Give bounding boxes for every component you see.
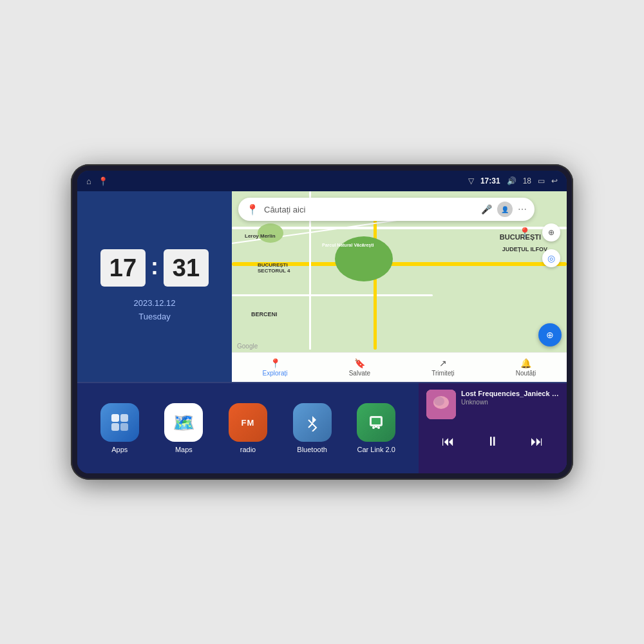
- bottom-row: Apps 🗺️ Maps FM radio: [77, 383, 567, 473]
- signal-icon: ▽: [468, 176, 474, 185]
- map-pin-icon: 📍: [246, 204, 259, 216]
- status-bar: ⌂ 📍 ▽ 17:31 🔊 18 ▭ ↩: [77, 171, 567, 191]
- bluetooth-icon: [293, 403, 332, 442]
- app-item-maps[interactable]: 🗺️ Maps: [164, 403, 203, 453]
- status-time: 17:31: [480, 176, 500, 185]
- back-icon[interactable]: ↩: [551, 176, 558, 185]
- clock-display: 17 : 31: [100, 249, 209, 287]
- map-fab-button[interactable]: ⊕: [538, 323, 562, 346]
- map-bottom-nav: 📍 Explorați 🔖 Salvate ↗ Trimiteți 🔔: [232, 352, 567, 382]
- music-info: Lost Frequencies_Janieck Devy-... Unknow…: [461, 390, 559, 406]
- radio-label: radio: [240, 446, 256, 453]
- berceni-label: BERCENI: [251, 311, 278, 317]
- main-area: 17 : 31 2023.12.12 Tuesday 📍 Căutați aic…: [77, 191, 567, 473]
- maps-label: Maps: [175, 446, 193, 453]
- app-item-radio[interactable]: FM radio: [229, 403, 267, 453]
- battery-icon: ▭: [538, 176, 545, 185]
- music-title: Lost Frequencies_Janieck Devy-...: [461, 390, 559, 397]
- svg-point-11: [434, 397, 444, 406]
- map-zoom-button[interactable]: ⊕: [542, 223, 560, 242]
- music-play-pause-button[interactable]: ⏸: [481, 430, 504, 453]
- volume-icon: 🔊: [507, 176, 516, 185]
- home-icon[interactable]: ⌂: [86, 176, 91, 186]
- parcul-label: Parcul Natural Văcărești: [322, 243, 374, 247]
- top-row: 17 : 31 2023.12.12 Tuesday 📍 Căutați aic…: [77, 191, 567, 382]
- music-next-button[interactable]: ⏭: [526, 430, 549, 453]
- clock-panel: 17 : 31 2023.12.12 Tuesday: [77, 191, 232, 382]
- maps-icon: 🗺️: [164, 403, 203, 442]
- svg-rect-2: [111, 423, 119, 431]
- road-h3: [232, 294, 433, 296]
- apps-icon: [100, 403, 139, 442]
- apps-label: Apps: [111, 446, 128, 453]
- status-left-icons: ⌂ 📍: [86, 176, 108, 186]
- leroy-label: Leroy Merlin: [245, 233, 276, 239]
- music-prev-button[interactable]: ⏮: [437, 430, 460, 453]
- svg-point-7: [377, 426, 380, 429]
- app-item-bluetooth[interactable]: Bluetooth: [293, 403, 332, 453]
- clock-minutes: 31: [164, 249, 209, 287]
- sector4-label: BUCUREȘTISECTORUL 4: [258, 262, 290, 274]
- svg-rect-5: [372, 418, 381, 424]
- music-panel: Lost Frequencies_Janieck Devy-... Unknow…: [419, 383, 567, 473]
- volume-level: 18: [523, 176, 531, 185]
- ilfov-label: JUDEȚUL ILFOV: [502, 246, 547, 252]
- news-icon: 🔔: [520, 358, 531, 368]
- map-nav-send[interactable]: ↗ Trimiteți: [431, 358, 454, 377]
- clock-colon: :: [151, 253, 158, 280]
- svg-rect-3: [120, 423, 128, 431]
- explore-icon: 📍: [270, 358, 281, 368]
- app-item-apps[interactable]: Apps: [100, 403, 139, 453]
- music-artist: Unknown: [461, 399, 559, 406]
- map-marker: 📍: [518, 227, 531, 239]
- apps-panel: Apps 🗺️ Maps FM radio: [77, 383, 419, 473]
- map-nav-explore[interactable]: 📍 Explorați: [263, 358, 288, 377]
- music-top: Lost Frequencies_Janieck Devy-... Unknow…: [426, 390, 559, 419]
- google-logo: Google: [237, 343, 258, 350]
- svg-rect-0: [111, 414, 119, 422]
- music-thumbnail: [426, 390, 456, 419]
- music-controls: ⏮ ⏸ ⏭: [426, 430, 559, 453]
- map-panel[interactable]: 📍 Căutați aici 🎤 👤 ⋯: [232, 191, 567, 382]
- radio-icon: FM: [229, 403, 267, 442]
- road-v2: [374, 217, 377, 350]
- app-item-carlink[interactable]: Car Link 2.0: [357, 403, 395, 453]
- clock-date: 2023.12.12 Tuesday: [133, 297, 175, 324]
- clock-hours: 17: [100, 249, 146, 287]
- map-nav-news[interactable]: 🔔 Noutăți: [516, 358, 536, 377]
- send-icon: ↗: [439, 358, 447, 368]
- map-mic-icon[interactable]: 🎤: [481, 204, 492, 214]
- svg-rect-1: [120, 414, 128, 422]
- device-screen: ⌂ 📍 ▽ 17:31 🔊 18 ▭ ↩ 17 :: [77, 171, 567, 473]
- map-compass-button[interactable]: ◎: [542, 249, 560, 267]
- map-nav-saved[interactable]: 🔖 Salvate: [349, 358, 370, 377]
- status-right-icons: ▽ 17:31 🔊 18 ▭ ↩: [468, 176, 558, 185]
- map-search-input[interactable]: Căutați aici: [264, 205, 476, 214]
- carlink-label: Car Link 2.0: [357, 446, 395, 453]
- map-search-bar[interactable]: 📍 Căutați aici 🎤 👤 ⋯: [238, 198, 535, 221]
- svg-point-6: [372, 426, 375, 429]
- maps-status-icon[interactable]: 📍: [98, 176, 108, 186]
- saved-icon: 🔖: [354, 358, 365, 368]
- svg-rect-8: [375, 426, 377, 428]
- bluetooth-label: Bluetooth: [297, 446, 327, 453]
- map-more-icon[interactable]: ⋯: [518, 204, 527, 214]
- car-display-device: ⌂ 📍 ▽ 17:31 🔊 18 ▭ ↩ 17 :: [71, 164, 573, 480]
- carlink-icon: [357, 403, 395, 442]
- user-avatar[interactable]: 👤: [497, 202, 513, 217]
